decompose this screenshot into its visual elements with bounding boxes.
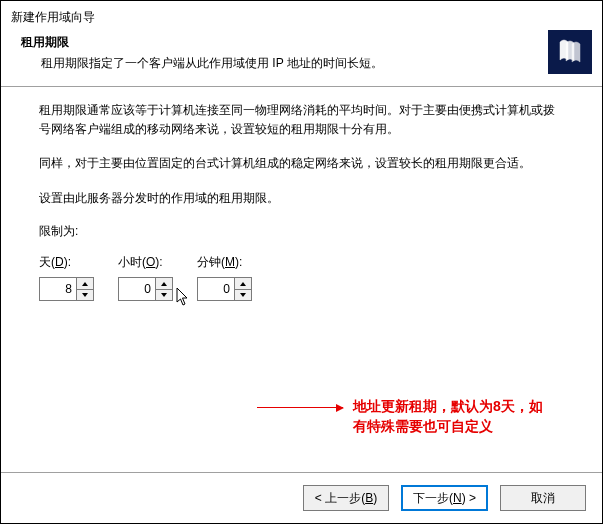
page-subheading: 租用期限指定了一个客户端从此作用域使用 IP 地址的时间长短。 — [41, 55, 592, 72]
wizard-window: 新建作用域向导 租用期限 租用期限指定了一个客户端从此作用域使用 IP 地址的时… — [0, 0, 603, 524]
minutes-spin-up[interactable] — [235, 278, 251, 290]
minutes-spin-buttons — [234, 278, 251, 300]
lease-inputs: 天(D): 小时(O): — [39, 254, 564, 301]
minutes-input[interactable] — [198, 278, 234, 300]
wizard-footer: < 上一步(B) 下一步(N) > 取消 — [1, 472, 602, 523]
next-button[interactable]: 下一步(N) > — [401, 485, 488, 511]
minutes-label: 分钟(M): — [197, 254, 242, 271]
annotation-text: 地址更新租期，默认为8天，如有特殊需要也可自定义 — [353, 397, 553, 436]
chevron-up-icon — [82, 282, 88, 286]
minutes-group: 分钟(M): — [197, 254, 252, 301]
description-paragraph-2: 同样，对于主要由位置固定的台式计算机组成的稳定网络来说，设置较长的租用期限更合适… — [39, 154, 564, 173]
limit-label: 限制为: — [39, 223, 564, 240]
window-title: 新建作用域向导 — [1, 1, 602, 30]
hours-spinner[interactable] — [118, 277, 173, 301]
days-input[interactable] — [40, 278, 76, 300]
description-paragraph-3: 设置由此服务器分发时的作用域的租用期限。 — [39, 189, 564, 208]
documents-icon — [548, 30, 592, 74]
hours-spin-up[interactable] — [156, 278, 172, 290]
hours-label: 小时(O): — [118, 254, 163, 271]
chevron-down-icon — [82, 293, 88, 297]
minutes-spin-down[interactable] — [235, 290, 251, 301]
description-paragraph-1: 租用期限通常应该等于计算机连接至同一物理网络消耗的平均时间。对于主要由便携式计算… — [39, 101, 564, 138]
hours-group: 小时(O): — [118, 254, 173, 301]
chevron-up-icon — [240, 282, 246, 286]
days-spin-buttons — [76, 278, 93, 300]
days-label: 天(D): — [39, 254, 71, 271]
page-heading: 租用期限 — [21, 34, 592, 51]
hours-input[interactable] — [119, 278, 155, 300]
days-spin-up[interactable] — [77, 278, 93, 290]
back-button[interactable]: < 上一步(B) — [303, 485, 389, 511]
days-spinner[interactable] — [39, 277, 94, 301]
annotation-arrow-icon — [257, 407, 343, 408]
chevron-down-icon — [240, 293, 246, 297]
chevron-down-icon — [161, 293, 167, 297]
cancel-button[interactable]: 取消 — [500, 485, 586, 511]
days-group: 天(D): — [39, 254, 94, 301]
minutes-spinner[interactable] — [197, 277, 252, 301]
annotation: 地址更新租期，默认为8天，如有特殊需要也可自定义 — [257, 397, 553, 436]
wizard-body: 租用期限通常应该等于计算机连接至同一物理网络消耗的平均时间。对于主要由便携式计算… — [1, 87, 602, 472]
days-spin-down[interactable] — [77, 290, 93, 301]
hours-spin-buttons — [155, 278, 172, 300]
wizard-header: 租用期限 租用期限指定了一个客户端从此作用域使用 IP 地址的时间长短。 — [1, 30, 602, 87]
hours-spin-down[interactable] — [156, 290, 172, 301]
chevron-up-icon — [161, 282, 167, 286]
